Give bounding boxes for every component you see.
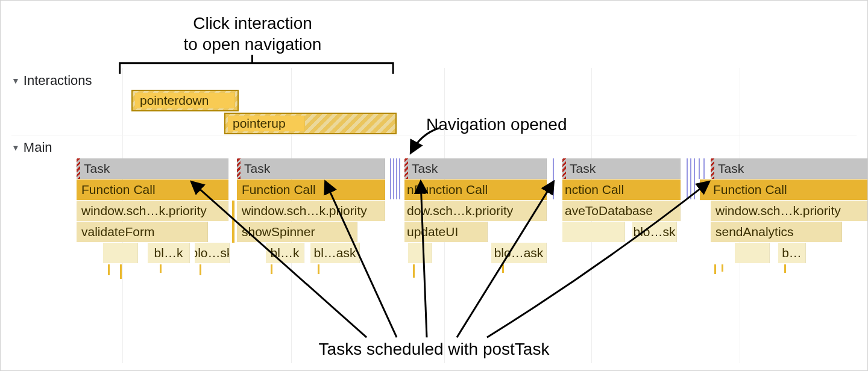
flame-entry[interactable]: validateForm — [77, 222, 208, 242]
flame-entry[interactable]: aveToDatabase — [562, 201, 681, 221]
flame-task[interactable]: Task — [562, 158, 681, 179]
flame-entry[interactable]: window.sch…k.priority — [77, 201, 228, 221]
flame-entry[interactable] — [408, 243, 432, 263]
section-interactions-label: Interactions — [24, 73, 92, 88]
flame-entry[interactable]: dow.sch…k.priority — [404, 201, 547, 221]
chevron-down-icon: ▼ — [11, 76, 20, 86]
flame-entry[interactable]: blo…sk — [632, 222, 677, 242]
flame-entry[interactable]: window.sch…k.priority — [711, 201, 867, 221]
flame-entry[interactable]: bl…k — [266, 243, 304, 263]
flame-function-call[interactable]: Function Call — [237, 179, 385, 200]
flame-task[interactable]: Task — [711, 158, 867, 179]
flame-entry[interactable] — [735, 243, 770, 263]
flame-entry[interactable]: bl…k — [148, 243, 190, 263]
flame-function-call[interactable]: nFunction Call — [404, 179, 547, 200]
flame-entry[interactable]: sendAnalytics — [711, 222, 842, 242]
flame-entry[interactable] — [103, 243, 138, 263]
interaction-label: pointerup — [233, 116, 286, 131]
flame-function-call[interactable]: nction Call — [562, 179, 681, 200]
flame-entry[interactable]: updateUI — [404, 222, 488, 242]
annotation-click-interaction: Click interaction to open navigation — [120, 13, 385, 55]
section-interactions[interactable]: ▼Interactions — [11, 73, 92, 89]
chevron-down-icon: ▼ — [11, 143, 20, 152]
flame-task[interactable]: Task — [77, 158, 228, 179]
flame-task[interactable]: Task — [404, 158, 547, 179]
flame-entry[interactable]: window.sch…k.priority — [237, 201, 385, 221]
flame-entry[interactable]: blo…sk — [195, 243, 230, 263]
flame-function-call[interactable]: Function Call — [77, 179, 228, 200]
interaction-pointerup-inner: pointerup — [228, 116, 305, 131]
flame-entry[interactable]: bl…ask — [310, 243, 360, 263]
interaction-pointerdown-inner: pointerdown — [135, 93, 235, 108]
interaction-pointerup[interactable]: pointerup — [224, 113, 397, 134]
flame-entry[interactable] — [562, 222, 625, 242]
flame-task[interactable]: Task — [237, 158, 385, 179]
flame-entry[interactable]: showSpinner — [237, 222, 357, 242]
annotation-posttask: Tasks scheduled with postTask — [11, 338, 857, 360]
flame-entry[interactable]: blo…ask — [491, 243, 547, 263]
annotation-navigation-opened: Navigation opened — [426, 114, 619, 135]
devtools-flame-diagram: ▼Interactions pointerdown pointerup ▼Mai… — [0, 0, 868, 371]
flame-entry[interactable]: b… — [778, 243, 806, 263]
interaction-label: pointerdown — [140, 93, 209, 108]
section-main-label: Main — [24, 140, 52, 155]
flame-function-call[interactable]: Function Call — [700, 179, 867, 200]
interaction-pointerdown[interactable]: pointerdown — [131, 90, 239, 111]
section-main[interactable]: ▼Main — [11, 140, 52, 155]
